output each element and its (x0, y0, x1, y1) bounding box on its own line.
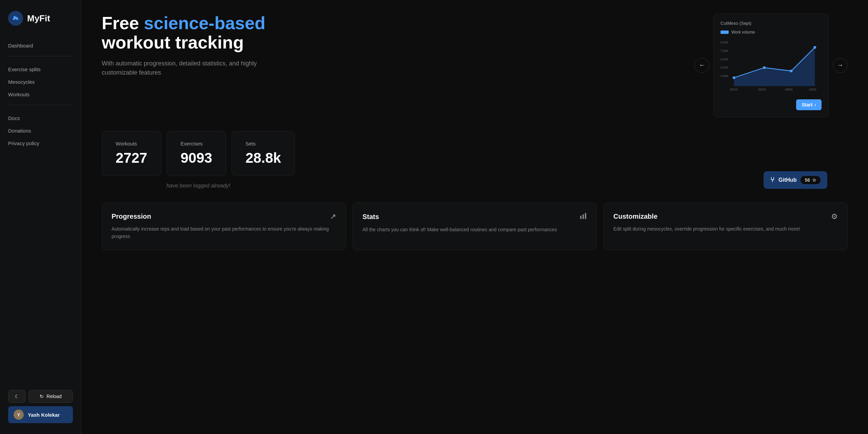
svg-text:8,000: 8,000 (721, 41, 728, 44)
github-button[interactable]: ⑂ GitHub 56 ☆ (764, 171, 827, 189)
user-name: Yash Kolekar (28, 412, 60, 418)
svg-text:6,000: 6,000 (721, 58, 728, 61)
feature-desc-progression: Automatically increase reps and load bas… (112, 225, 336, 240)
svg-text:09/26: 09/26 (785, 88, 793, 91)
hero-title-plain: Free (102, 13, 144, 33)
next-arrow-button[interactable]: → (833, 58, 848, 73)
chart-title: CutMeso (Sept) (721, 21, 822, 26)
start-arrow-icon: › (814, 102, 816, 107)
legend-label: Work volume (731, 30, 755, 35)
bottom-actions: ☾ ↻ Reload Y Yash Kolekar (8, 390, 73, 423)
stats-footnote: have been logged already! (166, 183, 231, 189)
feature-title-customizable: Customizable (613, 213, 657, 220)
stat-card-workouts: Workouts 2727 (102, 131, 161, 176)
svg-point-1 (14, 16, 16, 18)
avatar: Y (14, 410, 24, 420)
svg-text:09/10: 09/10 (730, 88, 737, 91)
avatar-initial: Y (17, 412, 20, 417)
chart-svg-container: 8,000 7,000 6,000 5,000 4,000 (721, 37, 822, 93)
stats-cards: Workouts 2727 Exercises 9093 Sets 28.8k (102, 131, 295, 176)
github-stars-badge: 56 ☆ (801, 176, 821, 184)
chart-svg: 8,000 7,000 6,000 5,000 4,000 (721, 37, 822, 91)
start-button[interactable]: Start › (796, 99, 822, 110)
user-profile-button[interactable]: Y Yash Kolekar (8, 406, 73, 423)
nav-primary: Dashboard (8, 39, 73, 60)
progression-icon: ↗ (330, 212, 336, 221)
logo-area: MyFit (8, 11, 73, 26)
sidebar-item-docs[interactable]: Docs (8, 112, 73, 124)
stat-value-sets: 28.8k (245, 150, 281, 166)
sidebar-item-workouts[interactable]: Workouts (8, 88, 73, 101)
feature-desc-customizable: Edit split during mesocycles, override p… (613, 225, 838, 233)
nav-secondary: Exercise splits Mesocycles Workouts (8, 63, 73, 109)
svg-text:10/03: 10/03 (809, 88, 816, 91)
hero-title: Free science-based workout tracking (102, 14, 271, 52)
svg-rect-17 (583, 214, 584, 219)
github-icon: ⑂ (770, 176, 774, 184)
stat-label-workouts: Workouts (116, 141, 147, 146)
nav-tertiary: Docs Donations Privacy policy (8, 112, 73, 150)
legend-color-box (721, 31, 729, 34)
reload-label: Reload (46, 394, 61, 399)
reload-icon: ↻ (40, 394, 44, 399)
sidebar-item-privacy-policy[interactable]: Privacy policy (8, 137, 73, 150)
stats-icon (579, 212, 587, 222)
stat-value-exercises: 9093 (180, 150, 212, 166)
svg-text:09/18: 09/18 (758, 88, 766, 91)
app-name: MyFit (27, 13, 50, 24)
hero-section: Free science-based workout tracking With… (102, 14, 848, 117)
svg-text:5,000: 5,000 (721, 66, 728, 69)
customizable-icon: ⚙ (831, 212, 838, 221)
feature-header-stats: Stats (362, 212, 587, 222)
stats-section: Workouts 2727 Exercises 9093 Sets 28.8k … (102, 131, 295, 189)
github-stars-count: 56 (805, 177, 810, 183)
feature-title-progression: Progression (112, 213, 151, 220)
stats-github-section: Workouts 2727 Exercises 9093 Sets 28.8k … (102, 131, 848, 189)
moon-icon: ☾ (15, 394, 19, 399)
stat-label-exercises: Exercises (180, 141, 212, 146)
svg-point-8 (733, 76, 735, 79)
star-icon: ☆ (812, 177, 816, 183)
svg-text:4,000: 4,000 (721, 74, 728, 78)
feature-title-stats: Stats (362, 213, 379, 221)
svg-rect-16 (580, 216, 581, 219)
start-label: Start (802, 102, 812, 107)
feature-header-customizable: Customizable ⚙ (613, 212, 838, 221)
prev-arrow-button[interactable]: ← (694, 58, 709, 73)
svg-point-10 (790, 70, 793, 72)
chart-area: ← CutMeso (Sept) Work volume 8,000 7,000… (694, 14, 848, 117)
sidebar-item-dashboard[interactable]: Dashboard (8, 39, 73, 52)
dark-mode-button[interactable]: ☾ (8, 390, 26, 403)
feature-desc-stats: All the charts you can think of! Make we… (362, 226, 587, 233)
github-label: GitHub (778, 177, 796, 183)
stat-card-sets: Sets 28.8k (232, 131, 295, 176)
feature-card-progression: Progression ↗ Automatically increase rep… (102, 202, 346, 250)
sidebar-item-mesocycles[interactable]: Mesocycles (8, 76, 73, 88)
stat-label-sets: Sets (245, 141, 281, 146)
feature-card-customizable: Customizable ⚙ Edit split during mesocyc… (604, 202, 848, 250)
svg-point-11 (813, 46, 816, 49)
reload-button[interactable]: ↻ Reload (28, 390, 73, 403)
hero-subtitle: With automatic progression, detailed sta… (102, 59, 271, 77)
feature-card-stats: Stats All the charts you can think of! M… (353, 202, 597, 250)
action-buttons-row: ☾ ↻ Reload (8, 390, 73, 403)
chart-card: CutMeso (Sept) Work volume 8,000 7,000 6… (713, 14, 829, 117)
features-section: Progression ↗ Automatically increase rep… (102, 202, 848, 250)
svg-text:7,000: 7,000 (721, 49, 728, 53)
svg-rect-18 (585, 213, 586, 219)
svg-marker-7 (734, 47, 815, 86)
hero-title-highlight: science-based (144, 13, 265, 33)
main-content: Free science-based workout tracking With… (81, 0, 868, 434)
sidebar-item-donations[interactable]: Donations (8, 124, 73, 137)
hero-text: Free science-based workout tracking With… (102, 14, 271, 77)
stat-card-exercises: Exercises 9093 (166, 131, 226, 176)
sidebar-item-exercise-splits[interactable]: Exercise splits (8, 63, 73, 76)
sidebar: MyFit Dashboard Exercise splits Mesocycl… (0, 0, 81, 434)
logo-icon (8, 11, 23, 26)
hero-title-rest: workout tracking (102, 33, 244, 52)
feature-header-progression: Progression ↗ (112, 212, 336, 221)
chart-legend: Work volume (721, 30, 822, 35)
stat-value-workouts: 2727 (116, 150, 147, 166)
svg-point-9 (763, 66, 766, 69)
